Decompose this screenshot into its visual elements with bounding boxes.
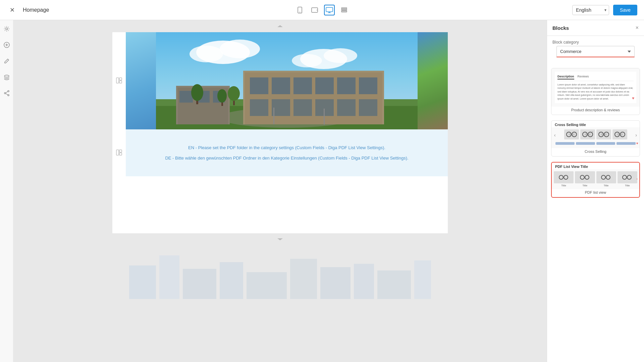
info-line1: EN - Please set the PDF folder in the ca… (188, 144, 385, 151)
pdf-item-label-1: Title (554, 184, 574, 187)
svg-rect-15 (119, 78, 122, 80)
canvas-sidebar (0, 20, 13, 362)
svg-point-22 (324, 48, 357, 63)
device-switcher (294, 5, 350, 15)
svg-point-11 (8, 90, 9, 92)
blocks-panel-header: Blocks × (547, 20, 644, 36)
top-bar: ✕ Homepage (0, 0, 644, 20)
svg-rect-5 (341, 8, 347, 9)
svg-point-85 (606, 175, 610, 179)
canvas-area[interactable]: EN - Please set the PDF folder in the ca… (13, 20, 547, 362)
svg-point-19 (220, 40, 260, 58)
pdf-item-label-2: Title (575, 184, 595, 187)
block-category-label: Block category (547, 36, 644, 46)
layers-sidebar-icon[interactable] (2, 72, 11, 82)
svg-point-49 (217, 89, 227, 103)
block-category-select[interactable]: Commerce Layout Media Text (556, 46, 635, 57)
svg-rect-39 (337, 99, 356, 116)
block-card-pdf-list-view[interactable]: PDF List View Title Title Title (551, 162, 640, 198)
cross-next-btn[interactable]: › (635, 132, 637, 138)
language-select[interactable]: English German French (572, 5, 609, 15)
add-sidebar-icon[interactable] (2, 40, 11, 50)
svg-rect-35 (250, 99, 268, 116)
svg-point-47 (191, 84, 203, 101)
svg-point-80 (559, 175, 563, 179)
svg-rect-14 (116, 78, 119, 83)
info-section: EN - Please set the PDF folder in the ca… (126, 129, 448, 176)
svg-rect-53 (324, 109, 325, 125)
pdf-block-title: PDF List View Title (552, 163, 639, 169)
svg-rect-59 (183, 269, 216, 299)
cross-item-img-4 (612, 129, 627, 139)
language-selector-wrapper[interactable]: English German French (572, 5, 609, 15)
svg-rect-29 (250, 77, 268, 94)
svg-rect-6 (341, 9, 347, 10)
save-button[interactable]: Save (613, 5, 637, 15)
svg-rect-58 (159, 255, 179, 299)
svg-rect-54 (116, 150, 119, 155)
section1-controls (112, 32, 126, 129)
pdf-item-3: Title (596, 171, 616, 187)
mobile-device-button[interactable] (294, 5, 305, 15)
heart-icon[interactable]: ♥ (632, 96, 634, 101)
pdf-list-view-preview: Title Title Title (552, 169, 639, 189)
cross-item-img-3 (596, 129, 611, 139)
desc-tab-reviews[interactable]: Reviews (578, 74, 589, 79)
section2-layout-icon[interactable] (116, 149, 122, 157)
svg-rect-55 (119, 150, 122, 152)
svg-rect-40 (359, 99, 377, 116)
svg-point-13 (4, 93, 6, 94)
svg-point-8 (6, 28, 8, 30)
desc-tab-description[interactable]: Description (557, 74, 574, 79)
svg-rect-32 (315, 77, 334, 94)
svg-rect-61 (247, 272, 287, 299)
close-blocks-panel-button[interactable]: × (636, 25, 639, 31)
section2-controls (112, 129, 126, 176)
svg-rect-79 (617, 133, 623, 135)
svg-rect-62 (290, 259, 317, 299)
cross-bar-2 (576, 142, 595, 145)
desc-preview: Description Reviews Lorem ipsum dolor si… (555, 72, 636, 103)
pdf-item-img-2 (575, 171, 595, 183)
settings-sidebar-icon[interactable] (2, 24, 11, 34)
cross-selling-block-title: Cross Selling title (551, 121, 640, 127)
cross-item-2: ? (580, 129, 595, 139)
cross-item-3 (596, 129, 611, 139)
pdf-item-label-3: Title (596, 184, 616, 187)
svg-point-1 (300, 12, 300, 12)
cross-item-1 (564, 129, 579, 139)
pdf-item-img-4 (618, 171, 637, 183)
section-building-row (112, 32, 448, 129)
building-image-section (126, 32, 448, 129)
section1-layout-icon[interactable] (116, 77, 122, 85)
edit-sidebar-icon[interactable] (2, 56, 11, 66)
cross-bar-1 (555, 142, 575, 145)
svg-point-10 (4, 75, 9, 77)
svg-rect-31 (293, 77, 312, 94)
tablet-device-button[interactable] (309, 5, 320, 15)
svg-rect-43 (179, 91, 193, 103)
pdf-item-label-4: Title (618, 184, 637, 187)
pdf-item-4: Title ♥ (618, 171, 637, 187)
share-sidebar-icon[interactable] (2, 88, 11, 98)
cross-nav: ‹ ? (553, 129, 638, 141)
svg-rect-52 (273, 108, 274, 124)
cross-item-img-1 (564, 129, 579, 139)
svg-point-51 (228, 86, 240, 101)
close-icon: ✕ (10, 6, 15, 14)
svg-rect-65 (377, 270, 411, 299)
desktop-device-button[interactable] (324, 5, 335, 15)
close-button[interactable]: ✕ (7, 5, 17, 15)
cross-prev-btn[interactable]: ‹ (554, 132, 556, 138)
block-card-cross-selling[interactable]: Cross Selling title ‹ ? (551, 120, 640, 157)
cross-item-img-2: ? (580, 129, 595, 139)
cross-bar-4: ♥ (616, 142, 636, 145)
svg-rect-63 (320, 267, 351, 299)
list-view-button[interactable] (339, 5, 350, 15)
svg-rect-36 (272, 99, 290, 116)
main-layout: EN - Please set the PDF folder in the ca… (0, 0, 644, 362)
pdf-item-img-3 (596, 171, 616, 183)
svg-rect-60 (220, 262, 243, 299)
block-card-product-description[interactable]: Description Reviews Lorem ipsum dolor si… (551, 68, 640, 115)
svg-rect-7 (341, 11, 347, 12)
